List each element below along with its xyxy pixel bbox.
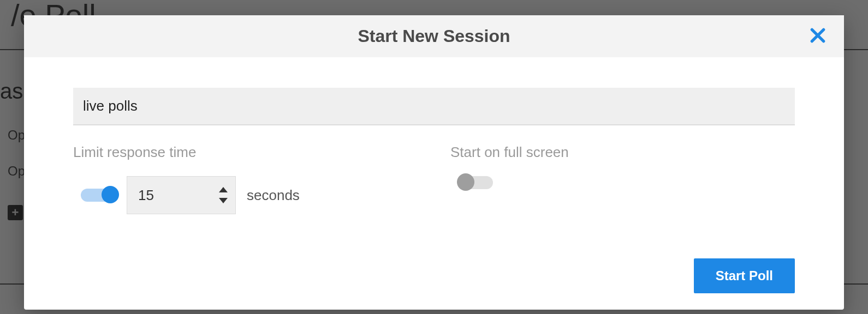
modal-header: Start New Session (24, 15, 844, 57)
seconds-label: seconds (247, 187, 300, 204)
limit-response-label: Limit response time (73, 144, 418, 161)
session-name-input[interactable] (73, 88, 795, 125)
limit-response-controls: seconds (73, 176, 418, 214)
limit-response-section: Limit response time seconds (73, 144, 418, 214)
modal-footer: Start Poll (24, 258, 844, 310)
chevron-down-icon[interactable] (219, 198, 228, 203)
response-time-stepper (127, 176, 236, 214)
fullscreen-toggle[interactable] (458, 176, 493, 189)
limit-response-toggle[interactable] (81, 189, 116, 202)
toggle-knob (457, 173, 474, 191)
modal-title: Start New Session (40, 26, 828, 46)
fullscreen-controls (450, 176, 795, 189)
start-poll-button[interactable]: Start Poll (694, 258, 795, 293)
fullscreen-label: Start on full screen (450, 144, 795, 161)
options-row: Limit response time seconds (73, 144, 795, 214)
fullscreen-section: Start on full screen (450, 144, 795, 214)
spinner-buttons (217, 177, 230, 214)
modal-body: Limit response time seconds (24, 57, 844, 258)
close-button[interactable] (807, 25, 829, 49)
toggle-knob (102, 186, 119, 203)
start-session-modal: Start New Session Limit response time (24, 15, 844, 310)
close-icon (809, 27, 827, 44)
chevron-up-icon[interactable] (219, 187, 228, 192)
